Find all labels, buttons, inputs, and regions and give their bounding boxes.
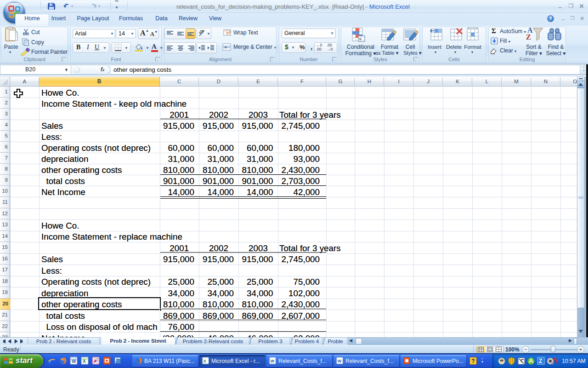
svg-text:W: W <box>271 359 275 363</box>
svg-text:W: W <box>72 359 76 364</box>
svg-text:a: a <box>225 45 227 49</box>
svg-text:ab: ab <box>198 29 204 35</box>
svg-text:X: X <box>83 359 86 364</box>
svg-text:≤: ≤ <box>359 36 362 41</box>
svg-text:W: W <box>338 359 342 363</box>
svg-text:Z: Z <box>539 358 542 364</box>
svg-text:X: X <box>204 359 206 363</box>
